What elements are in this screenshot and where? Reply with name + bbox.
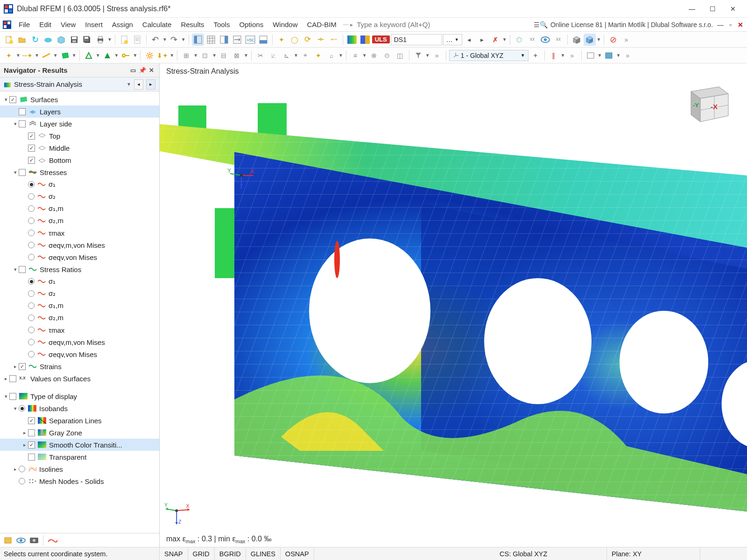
tree-isobands[interactable]: ▾Isobands	[0, 402, 159, 414]
tree-stresses[interactable]: ▾Stresses	[0, 166, 159, 178]
cloud-icon[interactable]: ↻	[29, 34, 41, 46]
nav-back-icon[interactable]: ⬲	[315, 34, 327, 46]
nav-tab-results-icon[interactable]	[46, 534, 58, 546]
save-all-icon[interactable]	[81, 34, 93, 46]
view-a-icon[interactable]	[585, 49, 597, 62]
menu-file[interactable]: File	[14, 19, 35, 30]
nav-tab-display-icon[interactable]	[15, 534, 27, 546]
tool-m-icon[interactable]: ⊙	[381, 49, 393, 62]
tree-stress-s1[interactable]: σ₁	[0, 178, 159, 190]
tree-stress-s2[interactable]: σ₂	[0, 190, 159, 203]
status-grid[interactable]: GRID	[188, 547, 215, 560]
tree-values-on-surfaces[interactable]: ▸x.xValues on Surfaces	[0, 372, 159, 385]
vis2-icon[interactable]: ᵡᵡ	[526, 34, 538, 46]
tree-ratio-vm-m[interactable]: σeqv,m,von Mises	[0, 336, 159, 348]
prev-icon[interactable]: ◂	[463, 34, 475, 46]
axes-icon[interactable]: ‖	[548, 49, 560, 62]
module-next-button[interactable]: ▸	[146, 79, 155, 90]
tree-sep-lines[interactable]: Separation Lines	[0, 414, 159, 427]
tree-stress-s2m[interactable]: σ₂,m	[0, 215, 159, 227]
menu-more-icon[interactable]: ⋯ ▸	[341, 21, 355, 28]
tree-stress-tmax[interactable]: τmax	[0, 227, 159, 239]
load-combo-more[interactable]: … ▼	[443, 34, 462, 45]
nav-tab-views-icon[interactable]	[28, 534, 40, 546]
load-combo-select[interactable]: DS1	[391, 34, 442, 45]
panel3-icon[interactable]	[218, 34, 230, 46]
menu-calculate[interactable]: Calculate	[138, 19, 176, 30]
cancel-icon[interactable]: ⊘	[607, 34, 619, 46]
tool-j-icon[interactable]: ⌕	[325, 49, 338, 62]
tree-ratio-s1[interactable]: σ₁	[0, 275, 159, 287]
support1-icon[interactable]	[83, 49, 95, 62]
results1-icon[interactable]	[346, 34, 358, 46]
undo-icon[interactable]: ↶	[149, 34, 162, 46]
menu-edit[interactable]: Edit	[35, 19, 56, 30]
tree-ratio-vm[interactable]: σeqv,von Mises	[0, 348, 159, 360]
nav-fwd-icon[interactable]: ⬳	[328, 34, 340, 46]
menu-options[interactable]: Options	[234, 19, 268, 30]
cube1-icon[interactable]	[571, 34, 583, 46]
tree-mesh-nodes[interactable]: Mesh Nodes - Solids	[0, 475, 159, 487]
navigator-module-selector[interactable]: Stress-Strain Analysis ▼ ◂ ▸	[0, 77, 159, 91]
tree-ratio-s1m[interactable]: σ₁,m	[0, 300, 159, 312]
tree-transparent[interactable]: Transparent	[0, 451, 159, 463]
new-icon[interactable]	[3, 34, 15, 46]
menu-tools[interactable]: Tools	[209, 19, 234, 30]
tree-stress-ratios[interactable]: ▾Stress Ratios	[0, 263, 159, 275]
module-dropdown-icon[interactable]: ▼	[127, 82, 131, 87]
panel-pin-icon[interactable]: 📌	[137, 67, 148, 74]
undo-dropdown-icon[interactable]: ▼	[162, 37, 167, 42]
tree-display-type[interactable]: ▾Type of display	[0, 390, 159, 402]
surface-icon[interactable]	[59, 49, 71, 62]
mdi-minimize-icon[interactable]: —	[716, 21, 725, 28]
tree-middle[interactable]: Middle	[0, 142, 159, 154]
redo-dropdown-icon[interactable]: ▼	[181, 37, 186, 42]
redo-icon[interactable]: ↷	[168, 34, 180, 46]
menu-cadbim[interactable]: CAD-BIM	[303, 19, 341, 30]
tool-g-icon[interactable]: ⊾	[281, 49, 293, 62]
mdi-restore-icon[interactable]: ▫	[728, 21, 733, 28]
viewport-3d[interactable]: Stress-Strain Analysis	[160, 63, 747, 547]
star-cursor-icon[interactable]: ✦	[275, 34, 288, 46]
minimize-button[interactable]: —	[682, 2, 702, 16]
more3-icon[interactable]: »	[566, 49, 578, 62]
tool-k-icon[interactable]: ≡	[349, 49, 361, 62]
panel5-icon[interactable]	[257, 34, 269, 46]
tree-stress-s1m[interactable]: σ₁,m	[0, 203, 159, 215]
more-tb-icon[interactable]: »	[620, 34, 632, 46]
filter-icon[interactable]	[412, 49, 424, 62]
status-bgrid[interactable]: BGRID	[215, 547, 246, 560]
open-icon[interactable]	[16, 34, 28, 46]
tree-stress-vm-m[interactable]: σeqv,m,von Mises	[0, 239, 159, 251]
status-osnap[interactable]: OSNAP	[281, 547, 314, 560]
hinge-icon[interactable]	[120, 49, 132, 62]
menu-insert[interactable]: Insert	[80, 19, 107, 30]
menu-assign[interactable]: Assign	[107, 19, 138, 30]
panel4-icon[interactable]	[231, 34, 243, 46]
tool-c-icon[interactable]: ⊟	[218, 49, 230, 62]
tree-layer-side[interactable]: ▾Layer side	[0, 118, 159, 130]
tree-surfaces[interactable]: ▾Surfaces	[0, 93, 159, 105]
block-icon[interactable]	[55, 34, 67, 46]
more4-icon[interactable]: »	[621, 49, 634, 62]
status-snap[interactable]: SNAP	[160, 547, 188, 560]
doc1-icon[interactable]	[118, 34, 130, 46]
node-icon[interactable]: ✦	[3, 49, 15, 62]
eye-icon[interactable]	[539, 34, 551, 46]
menu-results[interactable]: Results	[176, 19, 209, 30]
tool-f-icon[interactable]: ⟀	[268, 49, 280, 62]
tree-strains[interactable]: ▸Strains	[0, 360, 159, 372]
vis1-icon[interactable]: ⬡	[513, 34, 525, 46]
more2-icon[interactable]: »	[431, 49, 443, 62]
tree-ratio-tmax[interactable]: τmax	[0, 324, 159, 336]
coord-system-select[interactable]: 1 - Global XYZ ▼	[449, 50, 529, 61]
tree-ratio-s2m[interactable]: σ₂,m	[0, 312, 159, 324]
print-icon[interactable]	[94, 34, 106, 46]
lasso-icon[interactable]: ◯	[289, 34, 301, 46]
close-button[interactable]: ✕	[723, 2, 743, 16]
save-icon[interactable]	[68, 34, 80, 46]
tree-gray-zone[interactable]: ▸Gray Zone	[0, 427, 159, 439]
panel2-icon[interactable]	[205, 34, 217, 46]
maximize-button[interactable]: ☐	[702, 2, 723, 16]
menu-window[interactable]: Window	[268, 19, 302, 30]
